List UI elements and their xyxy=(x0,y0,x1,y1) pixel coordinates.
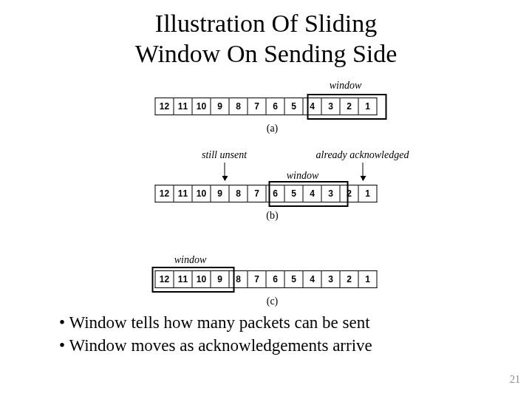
title-line-1: Illustration Of Sliding xyxy=(155,10,377,37)
cell: 6 xyxy=(266,98,284,115)
caption-a: (a) xyxy=(262,123,284,134)
label-already-ack: already acknowledged xyxy=(307,149,418,161)
cell: 9 xyxy=(211,98,229,115)
cell: 1 xyxy=(358,185,377,202)
label-window-c: window xyxy=(168,254,213,266)
slide-title: Illustration Of Sliding Window On Sendin… xyxy=(0,9,532,69)
window-frame-b xyxy=(269,181,349,207)
label-still-unsent: still unsent xyxy=(195,149,254,161)
cell: 4 xyxy=(303,271,321,288)
window-frame-c xyxy=(152,267,235,293)
diagram-c: window 12 11 10 9 8 7 6 5 4 3 2 1 (c) xyxy=(155,270,378,288)
cell: 12 xyxy=(155,185,174,202)
caption-b: (b) xyxy=(262,210,284,222)
cell: 6 xyxy=(266,271,284,288)
cell: 5 xyxy=(284,271,303,288)
cell: 11 xyxy=(174,98,192,115)
cell: 9 xyxy=(211,185,229,202)
bullet-item: Window moves as acknowledgements arrive xyxy=(59,334,372,357)
slide: Illustration Of Sliding Window On Sendin… xyxy=(0,0,532,399)
label-window-a: window xyxy=(324,80,368,92)
label-window-b: window xyxy=(281,170,325,182)
cell: 10 xyxy=(192,185,211,202)
cell: 7 xyxy=(248,271,266,288)
cell: 8 xyxy=(229,185,248,202)
cell: 7 xyxy=(248,98,266,115)
cell: 8 xyxy=(229,98,248,115)
cell: 7 xyxy=(248,185,266,202)
arrow-down-icon xyxy=(363,163,364,180)
window-frame-a xyxy=(307,94,387,120)
bullet-item: Window tells how many packets can be sen… xyxy=(59,311,372,334)
bullet-list: Window tells how many packets can be sen… xyxy=(30,311,372,357)
title-line-2: Window On Sending Side xyxy=(135,40,398,67)
figure-area: window 12 11 10 9 8 7 6 5 4 3 2 1 (a) st… xyxy=(0,77,532,328)
arrow-down-icon xyxy=(225,163,225,180)
cell: 5 xyxy=(284,98,303,115)
cell: 3 xyxy=(321,271,340,288)
cell: 2 xyxy=(340,271,358,288)
cell: 1 xyxy=(358,271,377,288)
cell: 12 xyxy=(155,98,174,115)
cell: 10 xyxy=(192,98,211,115)
caption-c: (c) xyxy=(262,296,284,307)
diagram-a: window 12 11 10 9 8 7 6 5 4 3 2 1 (a) xyxy=(155,98,378,115)
diagram-b: still unsent already acknowledged window… xyxy=(155,185,378,202)
cell: 11 xyxy=(174,185,192,202)
page-number: 21 xyxy=(510,374,520,386)
